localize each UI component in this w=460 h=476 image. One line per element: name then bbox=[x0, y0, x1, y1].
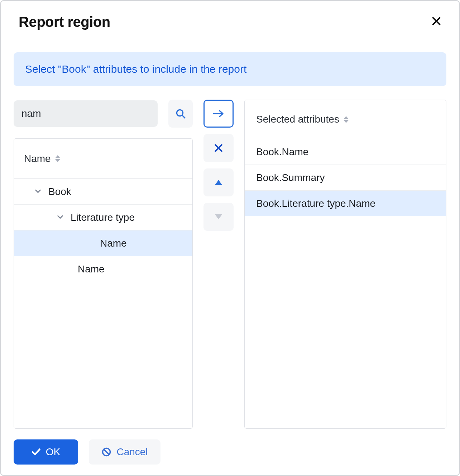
dialog-body: Name Book bbox=[1, 86, 459, 429]
tree-row-book[interactable]: Book bbox=[14, 179, 192, 205]
selected-item-label: Book.Literature type.Name bbox=[256, 198, 375, 209]
cancel-icon bbox=[101, 447, 111, 457]
dialog-footer: OK Cancel bbox=[1, 429, 459, 475]
svg-line-4 bbox=[104, 449, 109, 454]
move-down-button[interactable] bbox=[203, 203, 234, 231]
selected-item-book-summary[interactable]: Book.Summary bbox=[245, 165, 446, 190]
tree-header-label: Name bbox=[24, 153, 51, 165]
transfer-buttons bbox=[203, 100, 234, 429]
ok-button[interactable]: OK bbox=[14, 439, 78, 465]
tree-body: Book Literature type Name Name bbox=[14, 179, 192, 428]
tree-column-header[interactable]: Name bbox=[14, 139, 192, 179]
check-icon bbox=[32, 448, 41, 456]
tree-row-label: Book bbox=[48, 186, 71, 197]
close-icon bbox=[214, 143, 223, 153]
selected-item-label: Book.Name bbox=[256, 146, 308, 158]
cancel-button-label: Cancel bbox=[116, 446, 148, 458]
tree-row-label: Name bbox=[100, 238, 127, 249]
tree-row-literature-type[interactable]: Literature type bbox=[14, 205, 192, 230]
selected-item-label: Book.Summary bbox=[256, 172, 325, 184]
move-up-button[interactable] bbox=[203, 168, 234, 196]
close-icon[interactable] bbox=[428, 13, 444, 31]
info-banner: Select "Book" attributes to include in t… bbox=[14, 52, 446, 86]
cancel-button[interactable]: Cancel bbox=[89, 439, 160, 465]
remove-attribute-button[interactable] bbox=[203, 134, 234, 162]
chevron-down-icon bbox=[56, 212, 64, 223]
selected-item-book-lit-type-name[interactable]: Book.Literature type.Name bbox=[245, 190, 446, 216]
tree-row-label: Literature type bbox=[71, 212, 135, 223]
tree-row-lit-type-name[interactable]: Name bbox=[14, 230, 192, 256]
triangle-up-icon bbox=[215, 179, 222, 186]
selected-list: Book.Name Book.Summary Book.Literature t… bbox=[245, 139, 446, 428]
ok-button-label: OK bbox=[46, 446, 60, 458]
add-attribute-button[interactable] bbox=[203, 100, 234, 128]
chevron-down-icon bbox=[34, 186, 42, 197]
search-input[interactable] bbox=[14, 100, 158, 127]
available-attributes-panel: Name Book bbox=[14, 100, 193, 429]
dialog-header: Report region bbox=[1, 1, 459, 34]
search-row bbox=[14, 100, 193, 128]
search-icon bbox=[175, 108, 186, 119]
attribute-tree: Name Book bbox=[14, 138, 193, 429]
dialog-title: Report region bbox=[19, 14, 110, 30]
report-region-dialog: Report region Select "Book" attributes t… bbox=[0, 0, 460, 476]
search-button[interactable] bbox=[168, 100, 193, 128]
selected-column-header[interactable]: Selected attributes bbox=[245, 100, 446, 139]
svg-line-1 bbox=[182, 115, 185, 118]
sort-icon bbox=[55, 155, 60, 162]
selected-attributes-panel: Selected attributes Book.Name Book.Summa… bbox=[244, 100, 446, 429]
triangle-down-icon bbox=[215, 214, 222, 220]
sort-icon bbox=[344, 116, 349, 123]
tree-row-book-name[interactable]: Name bbox=[14, 256, 192, 282]
selected-item-book-name[interactable]: Book.Name bbox=[245, 139, 446, 165]
selected-header-label: Selected attributes bbox=[256, 114, 339, 125]
arrow-right-icon bbox=[212, 109, 225, 119]
tree-row-label: Name bbox=[78, 263, 105, 275]
